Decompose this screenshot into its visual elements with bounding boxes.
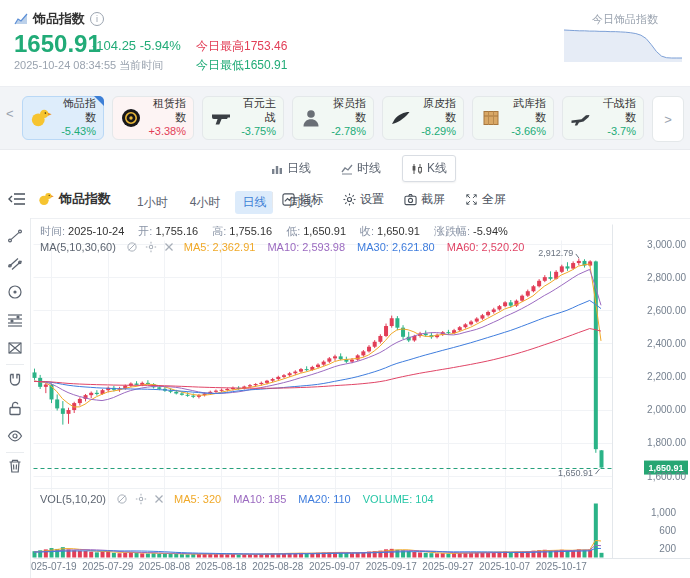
card-name: 探员指数: [327, 97, 366, 125]
fullscreen-icon: [465, 193, 478, 206]
price-change: -104.25 -5.94%: [92, 38, 181, 53]
ma-label: MA(5,10,30,60): [40, 241, 116, 253]
tool-separator: [6, 364, 24, 365]
pattern-tool[interactable]: [7, 340, 23, 360]
parallel-channel-tool[interactable]: [7, 256, 23, 276]
index-card-6[interactable]: 千战指数-3.7%: [562, 96, 644, 140]
indicator-value: MA10: 185: [233, 493, 286, 505]
trend-line-tool[interactable]: [7, 228, 23, 248]
line-chart-icon: [341, 163, 353, 175]
delete-drawings-tool[interactable]: [7, 458, 23, 478]
rifle-icon: [570, 107, 592, 129]
tab-4h[interactable]: 4小时: [183, 191, 228, 214]
vol-label: VOL(5,10,20): [40, 493, 106, 505]
today-low: 今日最低1650.91: [196, 57, 287, 74]
index-card-3[interactable]: 探员指数-2.78%: [292, 96, 374, 140]
pistol-icon: [210, 107, 232, 129]
skin-index-app: 饰品指数 i 1650.91 -104.25 -5.94% 2025-10-24…: [0, 0, 690, 578]
settings-button[interactable]: 设置: [343, 191, 384, 208]
index-card-2[interactable]: 百元主战-3.75%: [202, 96, 284, 140]
fullscreen-button[interactable]: 全屏: [465, 191, 506, 208]
ma-values: MA5: 2,362.91MA10: 2,593.98MA30: 2,621.8…: [184, 241, 525, 253]
duck-icon: [30, 107, 52, 129]
camera-icon: [404, 193, 417, 206]
ohlc-item: 低:1,650.91: [286, 224, 346, 239]
card-change: -8.29%: [417, 125, 456, 139]
today-high: 今日最高1753.46: [196, 38, 287, 55]
gear-icon: [343, 193, 356, 206]
candles-icon: [411, 163, 423, 175]
indicators-button[interactable]: 指标: [282, 191, 323, 208]
hide-indicator-icon[interactable]: [116, 493, 128, 505]
indicator-value: MA5: 2,362.91: [184, 241, 256, 253]
indicator-value: MA60: 2,520.20: [447, 241, 525, 253]
tab-1h[interactable]: 1小时: [130, 191, 175, 214]
ohlc-item: 高:1,755.16: [212, 224, 272, 239]
card-name: 原皮指数: [417, 97, 456, 125]
daily-view-button[interactable]: 日线: [262, 155, 320, 182]
prev-cards-arrow[interactable]: <: [6, 106, 14, 121]
current-price: 1650.91: [14, 30, 101, 58]
period-button-row: 日线 时线 K线: [262, 155, 456, 182]
agent-icon: [300, 107, 322, 129]
hourly-view-button[interactable]: 时线: [332, 155, 390, 182]
ohlc-info-row: 时间:2025-10-24开:1,755.16高:1,755.16低:1,650…: [40, 224, 508, 239]
card-change: -5.43%: [57, 125, 96, 139]
today-index-sparkline: [562, 26, 684, 64]
card-name: 武库指数: [507, 97, 546, 125]
index-card-0[interactable]: 饰品指数-5.43%: [22, 96, 104, 140]
index-card-4[interactable]: 原皮指数-8.29%: [382, 96, 464, 140]
info-icon[interactable]: i: [90, 12, 104, 26]
chart-title: 饰品指数: [38, 190, 111, 208]
index-card-5[interactable]: 武库指数-3.66%: [472, 96, 554, 140]
vol-info-row: VOL(5,10,20) MA5: 320MA10: 185MA20: 110V…: [40, 493, 434, 505]
indicator-value: MA30: 2,621.80: [357, 241, 435, 253]
indicator-settings-icon[interactable]: [135, 493, 147, 505]
indicator-icon: [282, 193, 295, 206]
spark-label: 今日饰品指数: [592, 12, 658, 27]
knife-icon: [390, 107, 412, 129]
crate-icon: [480, 107, 502, 129]
card-name: 饰品指数: [57, 97, 96, 125]
vol-values: MA5: 320MA10: 185MA20: 110VOLUME: 104: [174, 493, 434, 505]
fib-lines-tool[interactable]: [7, 312, 23, 332]
ohlc-item: 时间:2025-10-24: [40, 224, 124, 239]
hide-drawings-tool[interactable]: [7, 428, 23, 448]
tool-separator: [6, 452, 24, 453]
ma-info-row: MA(5,10,30,60) MA5: 2,362.91MA10: 2,593.…: [40, 241, 524, 253]
page-title-row: 饰品指数 i: [14, 10, 104, 28]
screenshot-button[interactable]: 截屏: [404, 191, 445, 208]
indicator-value: MA5: 320: [174, 493, 221, 505]
rent-badge-icon: [120, 107, 142, 129]
indicator-settings-icon[interactable]: [145, 241, 157, 253]
card-change: +3.38%: [147, 125, 186, 139]
indicator-value: VOLUME: 104: [363, 493, 434, 505]
chart-actions: 指标 设置 截屏 全屏: [282, 191, 506, 208]
duck-icon: [38, 191, 54, 207]
indicator-value: MA20: 110: [298, 493, 350, 505]
card-name: 百元主战: [237, 97, 276, 125]
ohlc-item: 收:1,650.91: [360, 224, 420, 239]
card-name: 租赁指数: [147, 97, 186, 125]
current-datetime: 2025-10-24 08:34:55 当前时间: [14, 58, 163, 73]
card-change: -3.75%: [237, 125, 276, 139]
mini-chart-icon: [14, 12, 28, 26]
toolbar-divider: [272, 192, 273, 208]
ohlc-item: 开:1,755.16: [138, 224, 198, 239]
next-cards-arrow[interactable]: >: [652, 96, 684, 142]
lock-tool[interactable]: [7, 400, 23, 420]
magnet-tool[interactable]: [7, 372, 23, 392]
bar-chart-icon: [271, 163, 283, 175]
hide-indicator-icon[interactable]: [126, 241, 138, 253]
index-card-1[interactable]: 租赁指数+3.38%: [112, 96, 194, 140]
remove-indicator-icon[interactable]: [164, 242, 174, 252]
ellipse-tool[interactable]: [7, 284, 23, 304]
page-title: 饰品指数: [33, 10, 85, 28]
remove-indicator-icon[interactable]: [154, 494, 164, 504]
ohlc-item: 涨跌幅:-5.94%: [434, 224, 508, 239]
tab-daily[interactable]: 日线: [235, 191, 273, 214]
collapse-sidebar-icon[interactable]: [8, 192, 26, 210]
kline-view-button[interactable]: K线: [402, 155, 456, 182]
card-change: -3.7%: [597, 125, 636, 139]
card-change: -3.66%: [507, 125, 546, 139]
